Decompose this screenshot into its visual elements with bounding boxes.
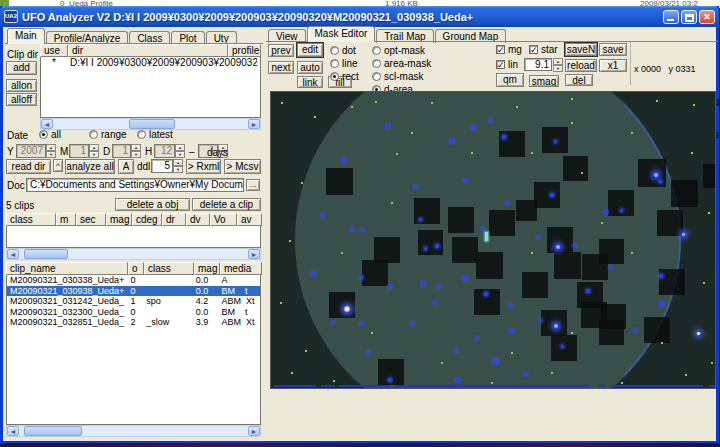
clip-table-header[interactable]: clip_nameoclassmagmedia [6,262,262,275]
mask-square[interactable] [476,252,503,279]
date-spinner-h[interactable]: ▲▼ [175,144,185,158]
obj-table-hscrollbar[interactable]: ◄ ► [6,248,261,260]
mask-square[interactable] [418,230,443,255]
shape-radio-line[interactable]: line [330,58,358,69]
mask-square[interactable] [659,269,685,295]
mask-square[interactable] [599,239,624,264]
date-field-y[interactable]: 2007 [16,144,46,158]
analyze-all-button[interactable]: analyze all [65,159,115,174]
mask-square[interactable] [448,207,474,233]
clip-col-mag[interactable]: mag [194,262,220,275]
obj-col-dr[interactable]: dr [162,213,186,226]
x1-button[interactable]: x1 [599,59,627,72]
maximize-button[interactable] [681,10,697,24]
mask-square[interactable] [563,156,588,181]
scroll-thumb[interactable] [129,119,175,129]
title-bar[interactable]: UA2 UFO Analyzer V2 D:¥I I 2009¥0300¥200… [0,6,719,27]
clip-col-o[interactable]: o [128,262,144,275]
mask-square[interactable] [329,292,355,318]
scroll-left-icon[interactable]: ◄ [41,119,53,129]
clip-col-class[interactable]: class [144,262,194,275]
caret-button[interactable]: ^ [53,159,63,172]
link-button[interactable]: link [297,76,323,88]
shape-radio-dot[interactable]: dot [330,45,356,56]
mask-square[interactable] [638,159,666,187]
delete-clip-button[interactable]: delete a clip [192,198,261,211]
date-field-h[interactable]: 12 [154,144,175,158]
mask-square[interactable] [703,164,716,188]
obj-table-body[interactable] [6,226,261,248]
checkbox-star[interactable]: ✓star [529,44,558,55]
scroll-right-icon[interactable]: ► [248,249,260,259]
read-dir-button[interactable]: read dir [6,159,51,174]
clip-row[interactable]: M20090321_030938_Ueda+00.0BM t [7,286,260,297]
del-button[interactable]: del [565,74,593,86]
date-spinner-y[interactable]: ▲▼ [46,144,56,158]
ddl-input[interactable]: 5 [151,159,173,173]
scroll-right-icon[interactable]: ► [248,119,260,129]
ddl-spinner[interactable]: ▲▼ [173,159,183,173]
obj-col-m[interactable]: m [56,213,76,226]
mask-square[interactable] [554,252,581,279]
smag-input[interactable]: 9.1 [524,58,552,71]
scroll-thumb[interactable] [24,249,68,259]
close-button[interactable]: ✕ [699,10,715,24]
shape-radio-rect[interactable]: rect [330,71,359,82]
mask-square[interactable] [644,317,670,343]
obj-col-mag[interactable]: mag [106,213,132,226]
delete-obj-button[interactable]: delete a obj [115,198,190,211]
mask-square[interactable] [657,210,683,236]
obj-table-header[interactable]: classmsecmagcdegdrdvVoav [6,213,262,226]
obj-col-cdeg[interactable]: cdeg [132,213,162,226]
mask-square[interactable] [452,237,478,263]
tab-main[interactable]: Main [7,28,45,44]
mask-square[interactable] [671,180,698,207]
tab-mask-editor[interactable]: Mask Editor [307,26,376,42]
mcsv-button[interactable]: > Mcsv [224,159,261,174]
doc-browse-button[interactable]: ... [246,179,260,191]
smag-button[interactable]: smag [529,75,559,87]
mask-square[interactable] [534,182,560,208]
date-field-m[interactable]: 1 [69,144,89,158]
save-button[interactable]: save [599,43,627,56]
add-button[interactable]: add [6,61,37,75]
clip-table-hscrollbar[interactable]: ◄ ► [6,425,261,437]
doc-path-field[interactable]: C:¥Documents and Settings¥Owner¥My Docum… [26,178,244,192]
mask-radio-opt-mask[interactable]: opt-mask [372,45,425,56]
obj-col-dv[interactable]: dv [186,213,210,226]
dir-col-dir[interactable]: dir [68,44,228,57]
date-radio-all[interactable]: all [39,129,61,140]
saveN-button[interactable]: saveN [565,43,597,56]
dir-col-profile[interactable]: profile [228,44,261,57]
date-field-d[interactable]: 1 [112,144,131,158]
clip-col-clip-name[interactable]: clip_name [6,262,128,275]
dir-row[interactable]: * D:¥I I 2009¥0300¥2009¥200903¥20090320 [41,57,260,69]
checkbox-lin[interactable]: ✓lin [496,59,518,70]
date-radio-range[interactable]: range [89,129,127,140]
mask-square[interactable] [608,190,634,216]
selection-marker[interactable] [485,232,488,241]
mask-square[interactable] [414,198,440,224]
scroll-right-icon[interactable]: ► [248,426,260,436]
star-image-canvas[interactable] [270,91,716,389]
allon-button[interactable]: allon [6,79,37,92]
date-radio-latest[interactable]: latest [137,129,173,140]
mask-square[interactable] [326,168,353,195]
obj-col-sec[interactable]: sec [76,213,106,226]
clip-row[interactable]: M20090321_032851_Ueda_2_slow3.9ABM Xt [7,317,260,328]
scroll-thumb[interactable] [24,426,82,436]
next-button[interactable]: next [268,61,294,74]
mask-square[interactable] [489,210,515,236]
prev-button[interactable]: prev [268,44,294,57]
a-button[interactable]: A [118,159,134,174]
clip-row[interactable]: M20090321_030338_Ueda+00.0A [7,275,260,286]
clip-table-body[interactable]: M20090321_030338_Ueda+00.0AM20090321_030… [6,275,261,425]
dir-table-header[interactable]: use dir profile [40,44,261,57]
dir-col-use[interactable]: use [40,44,68,57]
rxml-button[interactable]: > Rxml [186,159,221,174]
mask-square[interactable] [551,335,577,361]
scroll-left-icon[interactable]: ◄ [7,426,19,436]
obj-col-class[interactable]: class [6,213,56,226]
clip-row[interactable]: M20090321_031242_Ueda_1spo4.2ABM Xt [7,296,260,307]
auto-button[interactable]: auto [297,61,323,74]
